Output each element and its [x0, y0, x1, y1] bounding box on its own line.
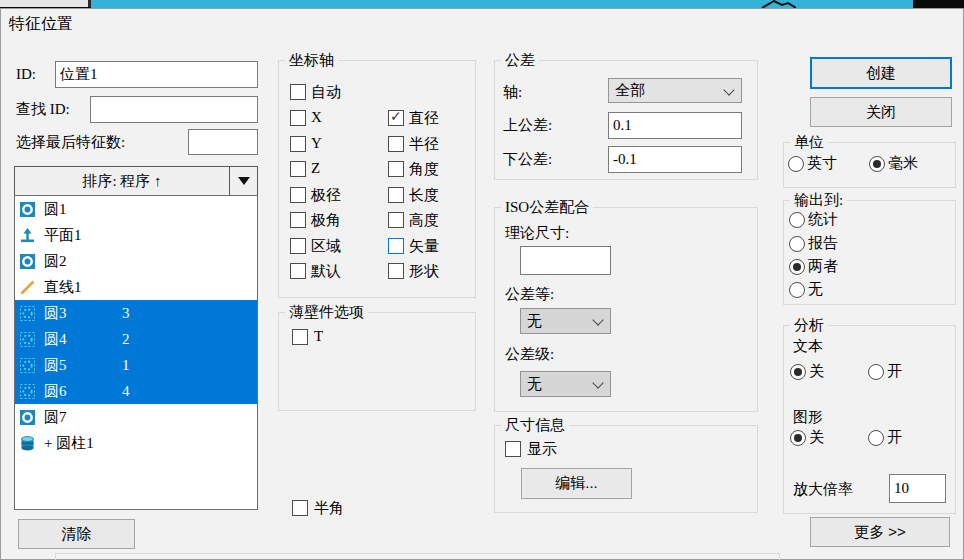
more-button[interactable]: 更多 >>	[810, 517, 950, 547]
axis-label: 轴:	[503, 83, 522, 102]
scale-factor-input[interactable]	[889, 474, 946, 503]
axis-Z-checkbox[interactable]	[290, 161, 306, 177]
select-last-features-input[interactable]	[188, 129, 258, 155]
tolerance-grade-combo[interactable]: 无	[520, 308, 611, 334]
analysis-text-on-label: 开	[887, 362, 902, 381]
chevron-down-icon	[592, 314, 603, 325]
id-input[interactable]	[55, 61, 258, 88]
thin-wall-checkbox[interactable]	[292, 329, 308, 345]
circle-sel-icon	[20, 384, 35, 399]
output-4-label: 无	[808, 280, 823, 299]
plane-icon	[20, 228, 35, 243]
axis-自动-checkbox[interactable]	[290, 84, 306, 100]
output-3-label: 两者	[808, 257, 838, 276]
analysis-graph-off-label: 关	[809, 428, 824, 447]
axis-Y-checkbox[interactable]	[290, 136, 306, 152]
nominal-size-input[interactable]	[520, 246, 611, 275]
axis-高度-checkbox[interactable]	[388, 212, 404, 228]
analysis-group-title: 分析	[790, 316, 828, 335]
cylinder-icon	[20, 436, 35, 451]
unit-mm-radio[interactable]	[869, 156, 885, 172]
unit-inch-radio[interactable]	[788, 156, 804, 172]
axis-矢量-checkbox[interactable]	[388, 238, 404, 254]
list-item[interactable]: 圆64	[15, 378, 257, 404]
feature-name: 圆7	[44, 408, 67, 427]
clear-button[interactable]: 清除	[18, 519, 135, 549]
dialog-title: 特征位置	[9, 14, 73, 35]
half-angle-checkbox[interactable]	[292, 500, 308, 516]
axis-直径-label: 直径	[409, 109, 439, 128]
list-item[interactable]: 平面1	[15, 222, 257, 248]
sort-header[interactable]: 排序: 程序 ↑	[14, 166, 258, 196]
tolerance-class-combo[interactable]: 无	[520, 371, 611, 397]
lower-tolerance-input[interactable]	[608, 146, 742, 173]
list-item[interactable]: 圆33	[15, 300, 257, 326]
analysis-text-label: 文本	[793, 337, 823, 356]
axis-半径-checkbox[interactable]	[388, 136, 404, 152]
circle-icon	[20, 254, 35, 269]
list-item[interactable]: 直线1	[15, 274, 257, 300]
output-2-radio[interactable]	[789, 236, 805, 252]
tolerance-class-label: 公差级:	[505, 345, 554, 364]
feature-name: 圆5	[44, 356, 67, 375]
tolerance-group-title: 公差	[501, 51, 539, 70]
axis-自动-label: 自动	[311, 83, 341, 102]
feature-order-number: 1	[122, 357, 130, 374]
analysis-graph-off-radio[interactable]	[790, 430, 806, 446]
select-last-features-label: 选择最后特征数:	[16, 133, 125, 152]
upper-tolerance-label: 上公差:	[503, 116, 552, 135]
analysis-text-on-radio[interactable]	[868, 364, 884, 380]
output-4-radio[interactable]	[789, 282, 805, 298]
background-logo-fragment	[760, 0, 796, 8]
output-group-title: 输出到:	[790, 191, 847, 210]
axis-X-label: X	[311, 109, 322, 126]
feature-list[interactable]: 圆1平面1圆2直线1圆33圆42圆51圆64圆7+ 圆柱1	[14, 195, 258, 510]
close-button[interactable]: 关闭	[810, 97, 952, 127]
feature-name: 圆1	[44, 200, 67, 219]
upper-tolerance-input[interactable]	[608, 112, 742, 139]
feature-order-number: 4	[122, 383, 130, 400]
analysis-graph-on-radio[interactable]	[868, 430, 884, 446]
axis-直径-checkbox[interactable]	[388, 110, 404, 126]
axis-区域-label: 区域	[311, 237, 341, 256]
list-item[interactable]: 圆2	[15, 248, 257, 274]
list-item[interactable]: 圆1	[15, 196, 257, 222]
circle-sel-icon	[20, 358, 35, 373]
output-3-radio[interactable]	[789, 259, 805, 275]
axis-默认-label: 默认	[311, 262, 341, 281]
analysis-text-off-label: 关	[809, 362, 824, 381]
axis-极径-checkbox[interactable]	[290, 187, 306, 203]
axis-长度-checkbox[interactable]	[388, 187, 404, 203]
analysis-text-off-radio[interactable]	[790, 364, 806, 380]
axis-角度-checkbox[interactable]	[388, 161, 404, 177]
feature-name: 圆2	[44, 252, 67, 271]
axis-形状-checkbox[interactable]	[388, 263, 404, 279]
feature-order-number: 3	[122, 305, 130, 322]
scale-factor-label: 放大倍率	[793, 480, 853, 499]
list-item[interactable]: 圆42	[15, 326, 257, 352]
output-1-label: 统计	[808, 210, 838, 229]
axis-默认-checkbox[interactable]	[290, 263, 306, 279]
list-item[interactable]: 圆7	[15, 404, 257, 430]
chevron-down-icon	[592, 377, 603, 388]
show-checkbox[interactable]	[505, 441, 521, 457]
axis-半径-label: 半径	[409, 135, 439, 154]
create-button[interactable]: 创建	[810, 57, 952, 89]
unit-inch-label: 英寸	[807, 154, 837, 173]
axis-X-checkbox[interactable]	[290, 110, 306, 126]
output-1-radio[interactable]	[789, 212, 805, 228]
background-scrollbar-fragment	[0, 0, 91, 7]
edit-button[interactable]: 编辑...	[521, 468, 632, 499]
list-item[interactable]: + 圆柱1	[15, 430, 257, 456]
axis-combo-value: 全部	[615, 81, 645, 100]
show-label: 显示	[527, 440, 557, 459]
axis-Z-label: Z	[311, 160, 320, 177]
dimension-info-group-title: 尺寸信息	[501, 416, 569, 435]
list-item[interactable]: 圆51	[15, 352, 257, 378]
axis-combo[interactable]: 全部	[608, 78, 742, 103]
axes-group-title: 坐标轴	[285, 51, 338, 70]
sort-dropdown-button[interactable]	[229, 167, 257, 195]
axis-区域-checkbox[interactable]	[290, 238, 306, 254]
axis-极角-checkbox[interactable]	[290, 212, 306, 228]
find-id-input[interactable]	[90, 96, 258, 123]
